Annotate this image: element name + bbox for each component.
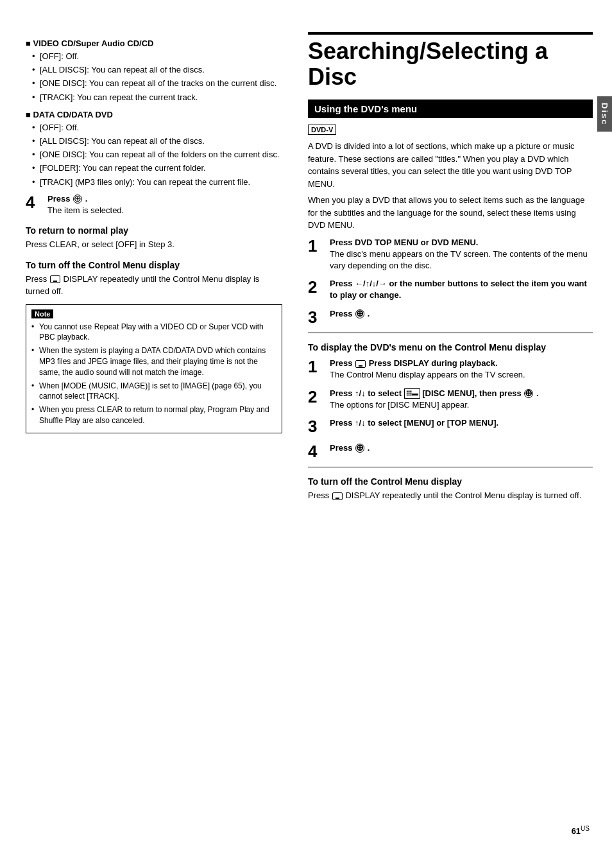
right-step-1: 1 Press DVD TOP MENU or DVD MENU. The di… [308, 237, 593, 272]
list-item: [ONE DISC]: You can repeat all of the fo… [32, 149, 282, 161]
note-item: When [MODE (MUSIC, IMAGE)] is set to [IM… [31, 381, 276, 403]
display-step-2: 2 Press ↑/↓ to select ☷▬ [DISC MENU], th… [308, 388, 593, 411]
dvd-badge: DVD-V [308, 125, 336, 135]
list-item: [ALL DISCS]: You can repeat all of the d… [32, 64, 282, 76]
display-step-2-content: Press ↑/↓ to select ☷▬ [DISC MENU], then… [330, 388, 593, 411]
note-item: When you press CLEAR to return to normal… [31, 404, 276, 426]
display-step-3-number: 3 [308, 417, 326, 436]
right-step-1-label: Press DVD TOP MENU or DVD MENU. [330, 237, 593, 248]
display-step-1-label: Press Press DISPLAY during playback. [330, 358, 593, 369]
right-step-2-content: Press ←/↑/↓/→ or the number buttons to s… [330, 278, 593, 301]
step-4-label-text: Press [47, 194, 70, 204]
video-list: [OFF]: Off. [ALL DISCS]: You can repeat … [32, 51, 282, 103]
list-item: [OFF]: Off. [32, 122, 282, 134]
section-box-title: Using the DVD's menu [308, 100, 593, 118]
display-step-3: 3 Press ↑/↓ to select [MENU] or [TOP MEN… [308, 417, 593, 436]
right-step-3-label: Press ⊕ . [330, 308, 593, 320]
return-text: Press CLEAR, or select [OFF] in Step 3. [26, 238, 282, 251]
page: VIDEO CD/Super Audio CD/CD [OFF]: Off. [… [0, 0, 612, 868]
right-step-2-label: Press ←/↑/↓/→ or the number buttons to s… [330, 278, 593, 301]
intro-para-1: A DVD is divided into a lot of sections,… [308, 140, 593, 190]
vertical-tab: Disc [597, 96, 612, 132]
right-step-3: 3 Press ⊕ . [308, 308, 593, 327]
display-step-4-label: Press ⊕ . [330, 442, 593, 454]
turnoff-heading: To turn off the Control Menu display [26, 260, 282, 270]
display-step-1-content: Press Press DISPLAY during playback. The… [330, 358, 593, 381]
right-step-1-text: The disc's menu appears on the TV screen… [330, 248, 593, 272]
note-box: Note You cannot use Repeat Play with a V… [26, 304, 282, 433]
display-step-4-number: 4 [308, 442, 326, 461]
display-step-2-number: 2 [308, 388, 326, 406]
right-step-3-text: Press [330, 309, 352, 318]
display-step-1: 1 Press Press DISPLAY during playback. T… [308, 358, 593, 381]
circle-plus-icon: ⊕ [73, 195, 82, 204]
display-step-2-label: Press ↑/↓ to select ☷▬ [DISC MENU], then… [330, 388, 593, 399]
note-list: You cannot use Repeat Play with a VIDEO … [31, 322, 276, 426]
display-step-1-number: 1 [308, 358, 326, 376]
page-suffix: US [581, 825, 590, 832]
right-step-3-number: 3 [308, 308, 326, 327]
divider-2 [308, 467, 593, 467]
display-heading: To display the DVD's menu on the Control… [308, 342, 593, 352]
step-4-content: Press ⊕ . The item is selected. [47, 193, 282, 216]
display-icon-2 [355, 360, 366, 368]
right-step-2-number: 2 [308, 278, 326, 297]
right-step-1-number: 1 [308, 237, 326, 256]
display-step-3-label: Press ↑/↓ to select [MENU] or [TOP MENU]… [330, 417, 593, 429]
note-item: You cannot use Repeat Play with a VIDEO … [31, 322, 276, 343]
display-step-2-circle-icon: ⊕ [524, 389, 533, 398]
step-4-label: Press ⊕ . [47, 193, 282, 205]
right-step-3-content: Press ⊕ . [330, 308, 593, 320]
disc-menu-icon: ☷▬ [404, 388, 420, 399]
turnoff2-text: Press DISPLAY repeatedly until the Contr… [308, 489, 593, 502]
turnoff2-heading: To turn off the Control Menu display [308, 476, 593, 487]
display-step-1-text: The Control Menu display appears on the … [330, 369, 593, 381]
list-item: [ONE DISC]: You can repeat all of the tr… [32, 78, 282, 89]
step-4-number: 4 [26, 193, 44, 212]
divider [308, 333, 593, 333]
return-heading: To return to normal play [26, 225, 282, 236]
page-number: 61US [572, 825, 590, 836]
note-label: Note [31, 309, 53, 318]
list-item: [OFF]: Off. [32, 51, 282, 62]
right-step-3-circle-icon: ⊕ [355, 309, 364, 318]
intro-para-2: When you play a DVD that allows you to s… [308, 194, 593, 232]
step-4-period: . [85, 194, 88, 204]
data-list: [OFF]: Off. [ALL DISCS]: You can repeat … [32, 122, 282, 188]
display-icon [50, 275, 60, 283]
note-item: When the system is playing a DATA CD/DAT… [31, 345, 276, 378]
right-step-1-content: Press DVD TOP MENU or DVD MENU. The disc… [330, 237, 593, 272]
list-item: [TRACK]: You can repeat the current trac… [32, 92, 282, 103]
turnoff-text: Press DISPLAY repeatedly until the Contr… [26, 273, 282, 298]
step-4-block: 4 Press ⊕ . The item is selected. [26, 193, 282, 216]
display-step-3-content: Press ↑/↓ to select [MENU] or [TOP MENU]… [330, 417, 593, 429]
list-item: [FOLDER]: You can repeat the current fol… [32, 162, 282, 174]
list-item: [TRACK] (MP3 files only): You can repeat… [32, 177, 282, 188]
display-step-4-content: Press ⊕ . [330, 442, 593, 454]
display-step-4: 4 Press ⊕ . [308, 442, 593, 461]
display-step-2-text: The options for [DISC MENU] appear. [330, 399, 593, 411]
step-4-text: The item is selected. [47, 205, 282, 216]
page-num-text: 61 [572, 826, 581, 836]
right-step-2: 2 Press ←/↑/↓/→ or the number buttons to… [308, 278, 593, 301]
data-heading: DATA CD/DATA DVD [26, 110, 282, 119]
display-icon-3 [332, 492, 343, 500]
page-title: Searching/Selecting a Disc [308, 32, 593, 89]
video-heading: VIDEO CD/Super Audio CD/CD [26, 39, 282, 48]
list-item: [ALL DISCS]: You can repeat all of the d… [32, 135, 282, 147]
left-column: VIDEO CD/Super Audio CD/CD [OFF]: Off. [… [0, 19, 295, 849]
right-column: Searching/Selecting a Disc Using the DVD… [295, 19, 612, 849]
display-step-4-circle-icon: ⊕ [355, 444, 364, 453]
